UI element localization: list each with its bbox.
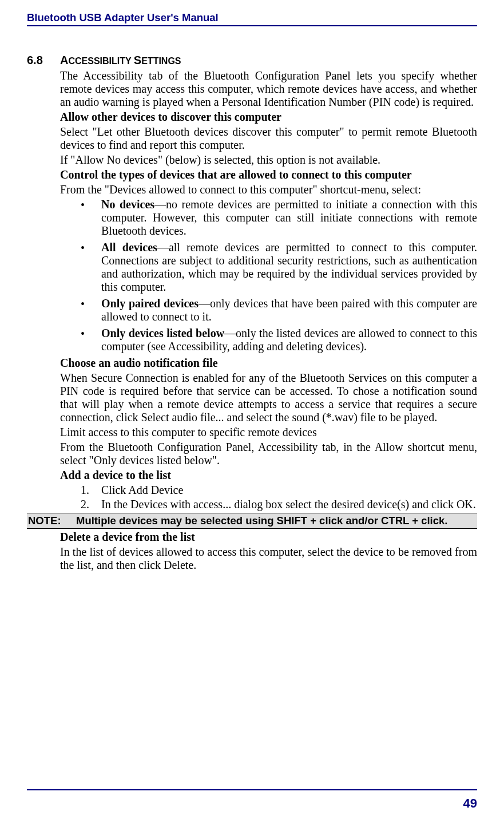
section-title-part: CCESSIBILITY: [68, 56, 133, 66]
bullet-list: No devices—no remote devices are permitt…: [81, 198, 477, 353]
note-text: Multiple devices may be selected using S…: [76, 515, 447, 527]
footer-rule: [27, 789, 477, 790]
bullet-term: Only devices listed below: [101, 327, 224, 339]
bullet-term: No devices: [101, 198, 154, 211]
note-label: NOTE:: [27, 515, 76, 527]
list-item: In the Devices with access... dialog box…: [81, 498, 477, 511]
section-title-part: A: [60, 54, 68, 66]
list-item: Only paired devices—only devices that ha…: [81, 297, 477, 323]
list-item: Only devices listed below—only the liste…: [81, 327, 477, 353]
bullet-term: Only paired devices: [101, 297, 199, 310]
list-item: No devices—no remote devices are permitt…: [81, 198, 477, 238]
bullet-text: —no remote devices are permitted to init…: [101, 198, 477, 237]
bullet-term: All devices: [101, 241, 157, 254]
note-bar: NOTE:Multiple devices may be selected us…: [27, 513, 477, 529]
section-number: 6.8: [27, 54, 43, 67]
paragraph: From the "Devices allowed to connect to …: [60, 183, 477, 196]
paragraph: Limit access to this computer to specifi…: [60, 426, 477, 439]
section-title-part: ETTINGS: [141, 56, 181, 66]
ordered-list: Click Add Device In the Devices with acc…: [81, 484, 477, 511]
paragraph: From the Bluetooth Configuration Panel, …: [60, 441, 477, 467]
page-header: Bluetooth USB Adapter User's Manual: [27, 11, 477, 26]
subheading-audio-file: Choose an audio notification file: [60, 357, 477, 370]
bullet-text: —all remote devices are permitted to con…: [101, 241, 477, 293]
page-number: 49: [463, 796, 477, 811]
subheading-add-device: Add a device to the list: [60, 469, 477, 482]
paragraph: In the list of devices allowed to access…: [60, 545, 477, 572]
section-title-part: S: [134, 54, 141, 66]
paragraph: Select "Let other Bluetooth devices disc…: [60, 125, 477, 152]
paragraph: The Accessibility tab of the Bluetooth C…: [60, 69, 477, 109]
list-item: Click Add Device: [81, 484, 477, 497]
paragraph: When Secure Connection is enabled for an…: [60, 371, 477, 424]
subheading-allow-discover: Allow other devices to discover this com…: [60, 110, 477, 124]
subheading-control-types: Control the types of devices that are al…: [60, 168, 477, 181]
paragraph: If "Allow No devices" (below) is selecte…: [60, 153, 477, 167]
list-item: All devices—all remote devices are permi…: [81, 241, 477, 294]
section-title: ACCESSIBILITY SETTINGS: [60, 54, 477, 67]
subheading-delete-device: Delete a device from the list: [60, 531, 477, 544]
